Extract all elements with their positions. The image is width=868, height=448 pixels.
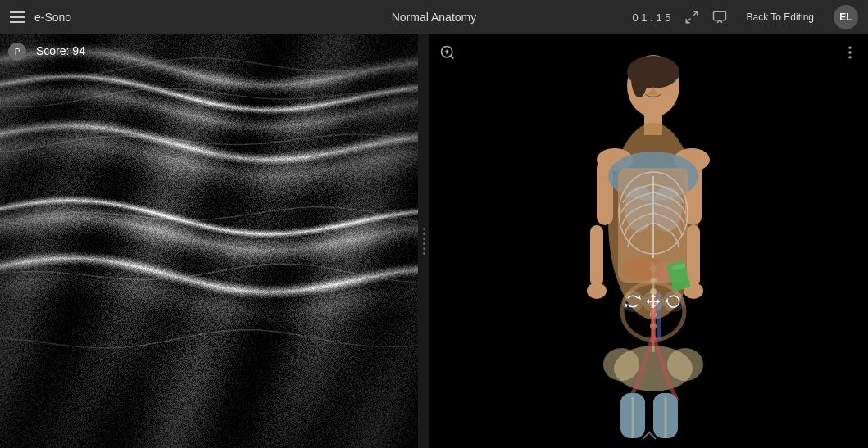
svg-point-28	[625, 186, 654, 232]
ultrasound-panel: P Score: 94	[0, 34, 418, 448]
svg-point-44	[667, 348, 703, 381]
svg-rect-2	[713, 11, 725, 20]
svg-point-43	[603, 348, 639, 381]
header-left: e-Sono	[10, 11, 71, 24]
fullscreen-button[interactable]	[684, 10, 699, 25]
body-reset-control	[663, 291, 684, 312]
ultrasound-image	[0, 34, 418, 448]
page-title: Normal Anatomy	[392, 11, 476, 24]
svg-point-8	[849, 52, 851, 53]
score-label: Score: 94	[36, 44, 85, 57]
svg-point-63	[643, 81, 648, 86]
svg-rect-21	[687, 225, 700, 287]
body-move-control	[643, 291, 664, 312]
svg-point-22	[587, 283, 607, 299]
svg-point-51	[622, 291, 643, 312]
scroll-up-indicator[interactable]	[641, 431, 657, 443]
user-avatar[interactable]: EL	[834, 5, 858, 29]
anatomy-panel	[429, 34, 868, 448]
svg-point-13	[631, 58, 648, 97]
divider-handle	[423, 228, 425, 255]
back-editing-button[interactable]: Back To Editing	[740, 8, 821, 26]
timer-display: 0 1 : 1 5	[633, 11, 671, 24]
body-figure-svg	[493, 41, 805, 442]
svg-point-9	[849, 57, 851, 58]
save-button[interactable]	[712, 10, 727, 25]
body-figure-container	[429, 34, 868, 448]
svg-rect-20	[590, 225, 603, 287]
main-content: P Score: 94	[0, 34, 868, 448]
p-badge: P	[8, 43, 26, 61]
menu-button[interactable]	[10, 11, 25, 23]
panel-divider[interactable]	[418, 34, 429, 448]
app-header: e-Sono Normal Anatomy 0 1 : 1 5 Back To …	[0, 0, 868, 34]
svg-point-64	[659, 81, 664, 86]
svg-line-1	[686, 19, 690, 23]
svg-line-0	[693, 11, 697, 16]
body-controls	[622, 291, 643, 312]
svg-point-29	[652, 186, 682, 232]
app-title: e-Sono	[34, 11, 71, 24]
svg-line-4	[451, 56, 454, 59]
header-right: 0 1 : 1 5 Back To Editing EL	[633, 5, 858, 29]
svg-point-7	[849, 47, 851, 48]
options-button[interactable]	[842, 44, 858, 65]
zoom-button[interactable]	[439, 44, 456, 65]
